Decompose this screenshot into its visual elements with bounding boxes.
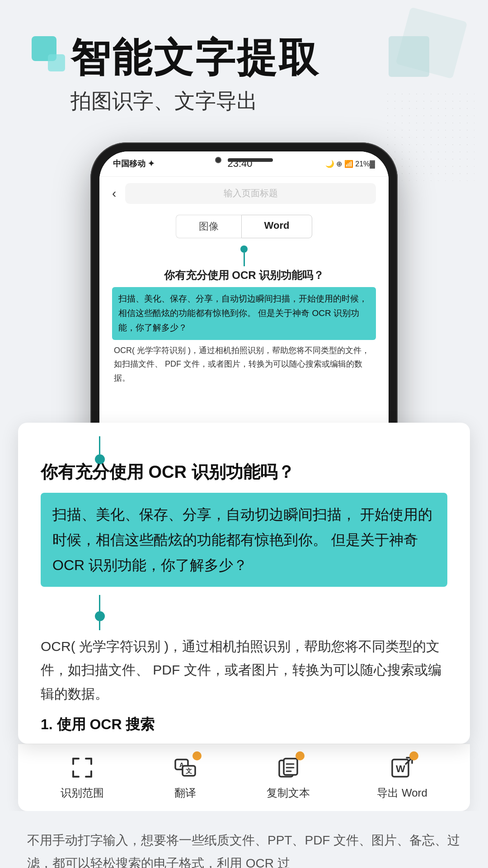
- exp-ocr-title: 你有充分使用 OCR 识别功能吗？: [41, 461, 447, 484]
- word-badge: [409, 751, 418, 760]
- title-placeholder: 输入页面标题: [224, 187, 278, 199]
- svg-rect-7: [90, 770, 92, 778]
- svg-rect-13: [284, 759, 297, 775]
- page-title-input[interactable]: 输入页面标题: [125, 183, 376, 204]
- svg-rect-1: [72, 758, 74, 765]
- cursor-line-top: [244, 253, 245, 266]
- teal-accent-2: [48, 54, 65, 71]
- tab-word[interactable]: Word: [241, 215, 313, 238]
- bottom-toolbar: 识别范围 A 文 翻译 复制文本: [18, 744, 470, 811]
- exp-cursor-mid: [95, 595, 447, 630]
- status-carrier: 中国移动 ✦: [113, 158, 155, 169]
- status-battery: 🌙 ⊕ 📶 21%▓: [325, 160, 375, 168]
- translate-icon: A 文: [171, 753, 200, 782]
- hero-title: 智能文字提取: [70, 36, 320, 80]
- bottom-text: 不用手动打字输入，想要将一些纸质文件、PPT、PDF 文件、图片、备忘、过滤，都…: [27, 829, 461, 868]
- toolbar-copy-text[interactable]: 复制文本: [267, 753, 310, 800]
- copy-icon: [274, 753, 303, 782]
- tab-image[interactable]: 图像: [176, 215, 241, 238]
- toolbar-translate-label: 翻译: [174, 786, 196, 800]
- phone-highlight-text: 扫描、美化、保存、分享，自动切边瞬间扫描，开始使用的时候，相信这些酷炫的功能都有…: [112, 287, 376, 340]
- cursor-dot-top: [240, 245, 248, 253]
- svg-text:文: 文: [186, 767, 192, 774]
- hero-subtitle: 拍图识字、文字导出: [70, 87, 320, 115]
- phone-normal-text: OCR( 光学字符识别 )，通过相机拍照识别，帮助您将不同类型的文件，如扫描文件…: [112, 344, 376, 385]
- phone-tabs: 图像 Word: [99, 210, 389, 241]
- exp-cursor-line-mid-bottom: [99, 621, 100, 630]
- exp-cursor-line-top: [99, 436, 100, 454]
- exp-cursor-top: [95, 436, 447, 464]
- scan-icon: [68, 753, 97, 782]
- toolbar-copy-label: 复制文本: [267, 786, 310, 800]
- phone-app-header: ‹ 输入页面标题: [99, 177, 389, 210]
- phone-speaker: [228, 158, 273, 162]
- toolbar-word-label: 导出 Word: [377, 786, 427, 800]
- toolbar-export-word[interactable]: W 导出 Word: [377, 753, 427, 800]
- bottom-text-section: 不用手动打字输入，想要将一些纸质文件、PPT、PDF 文件、图片、备忘、过滤，都…: [0, 811, 488, 868]
- exp-highlight-block: 扫描、美化、保存、分享，自动切边瞬间扫描， 开始使用的时候，相信这些酷炫的功能都…: [41, 493, 447, 587]
- hero-section: 智能文字提取 拍图识字、文字导出: [0, 0, 488, 133]
- svg-text:W: W: [396, 763, 405, 774]
- exp-normal-text: OCR( 光学字符识别 )，通过相机拍照识别，帮助您将不同类型的文件，如扫描文件…: [41, 630, 447, 711]
- svg-rect-3: [90, 758, 92, 765]
- copy-badge: [296, 751, 305, 760]
- phone-ocr-title: 你有充分使用 OCR 识别功能吗？: [112, 268, 376, 283]
- expanded-content-panel: 你有充分使用 OCR 识别功能吗？ 扫描、美化、保存、分享，自动切边瞬间扫描， …: [18, 423, 470, 744]
- translate-badge: [192, 751, 202, 760]
- exp-cursor-line-mid: [99, 595, 100, 611]
- phone-status-bar: 中国移动 ✦ 23:40 🌙 ⊕ 📶 21%▓: [99, 151, 389, 177]
- toolbar-scan-label: 识别范围: [61, 786, 104, 800]
- exp-section-title: 1. 使用 OCR 搜索: [41, 715, 447, 735]
- svg-rect-5: [72, 770, 74, 778]
- exp-cursor-dot-mid: [95, 611, 105, 621]
- phone-camera: [215, 157, 221, 163]
- word-export-icon: W: [388, 753, 417, 782]
- toolbar-scan-range[interactable]: 识别范围: [61, 753, 104, 800]
- back-button[interactable]: ‹: [112, 186, 116, 201]
- toolbar-translate[interactable]: A 文 翻译: [171, 753, 200, 800]
